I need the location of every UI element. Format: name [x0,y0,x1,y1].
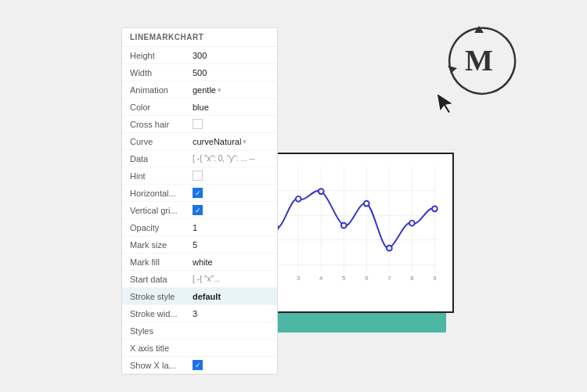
value-height[interactable]: 300 [193,51,269,60]
label-height: Height [130,51,193,60]
property-row-curve: Curve curveNatural ▾ [122,133,277,150]
checkbox-hint[interactable] [193,171,203,181]
label-curve: Curve [130,137,193,146]
arrow-bottom-icon [448,66,457,73]
label-x-axis-title: X axis title [130,343,193,353]
value-stroke-style[interactable]: default [193,292,269,301]
label-stroke-style: Stroke style [130,292,193,301]
data-point-5 [341,223,347,228]
panel-header: LINEMARKCHART [122,28,277,47]
value-mark-fill[interactable]: white [193,257,269,267]
property-row-styles: Styles [122,322,277,340]
label-show-x-labels: Show X la... [130,361,193,370]
value-color[interactable]: blue [193,102,269,112]
label-start-data: Start data [130,275,193,284]
svg-text:5: 5 [342,275,345,282]
checkbox-vertical-grid[interactable]: ✓ [193,205,203,215]
property-row-stroke-style: Stroke style default [122,288,277,305]
data-point-8 [409,221,415,226]
label-mark-fill: Mark fill [130,257,193,267]
property-row-data: Data [ -{ "x": 0, "y": ... -- [122,150,277,167]
svg-text:6: 6 [365,275,368,282]
label-vertical-grid: Vertical gri... [130,206,193,215]
value-mark-size[interactable]: 5 [193,240,269,250]
svg-text:3: 3 [297,275,300,282]
property-row-crosshair: Cross hair [122,116,277,133]
svg-text:9: 9 [433,275,436,282]
label-data: Data [130,154,193,164]
svg-marker-27 [437,91,455,115]
property-row-hint: Hint [122,167,277,185]
label-animation: Animation [130,85,193,95]
label-crosshair: Cross hair [130,120,193,129]
value-width[interactable]: 500 [193,68,269,77]
svg-text:7: 7 [387,275,391,282]
checkbox-show-x-labels[interactable]: ✓ [193,360,203,370]
svg-text:4: 4 [319,275,323,282]
property-row-mark-size: Mark size 5 [122,236,277,254]
property-row-width: Width 500 [122,64,277,81]
value-start-data[interactable]: [ -{ "x"... [193,275,269,283]
chevron-down-icon-2: ▾ [243,138,247,146]
property-row-mark-fill: Mark fill white [122,254,277,271]
property-row-height: Height 300 [122,47,277,64]
value-animation[interactable]: gentle ▾ [193,85,269,95]
data-point-6 [364,201,369,207]
property-row-color: Color blue [122,99,277,116]
property-row-animation: Animation gentle ▾ [122,81,277,99]
value-stroke-width[interactable]: 3 [193,309,269,318]
data-point-4 [319,189,324,194]
property-row-stroke-width: Stroke wid... 3 [122,305,277,322]
label-mark-size: Mark size [130,240,193,250]
property-row-opacity: Opacity 1 [122,219,277,236]
chevron-down-icon: ▾ [218,86,221,94]
property-row-show-x-labels: Show X la... ✓ [122,357,277,374]
logo-letter: M [465,44,493,77]
property-row-start-data: Start data [ -{ "x"... [122,271,277,288]
checkbox-horizontal[interactable]: ✓ [193,188,203,198]
value-curve[interactable]: curveNatural ▾ [193,137,269,146]
property-row-horizontal: Horizontal... ✓ [122,185,277,202]
data-point-3 [296,196,301,202]
label-width: Width [130,68,193,77]
svg-text:8: 8 [410,275,413,282]
data-point-7 [387,246,392,251]
label-opacity: Opacity [130,223,193,232]
label-hint: Hint [130,171,193,181]
property-row-vertical-grid: Vertical gri... ✓ [122,202,277,219]
label-styles: Styles [130,326,193,336]
properties-panel: LINEMARKCHART Height 300 Width 500 Anima… [121,27,278,375]
value-data[interactable]: [ -{ "x": 0, "y": ... -- [193,154,269,163]
value-opacity[interactable]: 1 [193,223,269,232]
label-color: Color [130,102,193,112]
data-point-9 [432,206,438,211]
property-row-x-axis-title: X axis title [122,340,277,357]
label-stroke-width: Stroke wid... [130,309,193,318]
label-horizontal: Horizontal... [130,189,193,198]
checkbox-crosshair[interactable] [193,119,203,129]
